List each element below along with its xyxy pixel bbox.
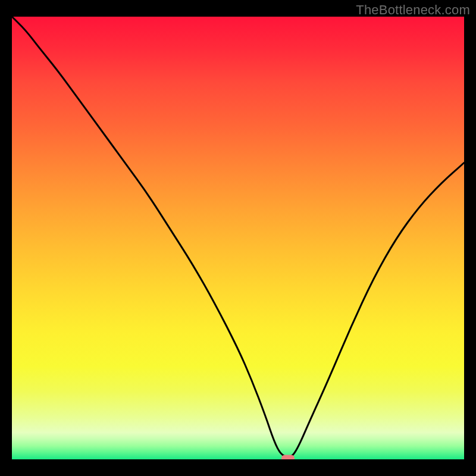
plot-area: [12, 17, 464, 459]
optimum-marker: [281, 455, 295, 459]
attribution-text: TheBottleneck.com: [356, 2, 470, 18]
curve-svg: [12, 17, 464, 459]
chart-frame: TheBottleneck.com: [0, 0, 476, 476]
bottleneck-curve: [12, 17, 464, 457]
